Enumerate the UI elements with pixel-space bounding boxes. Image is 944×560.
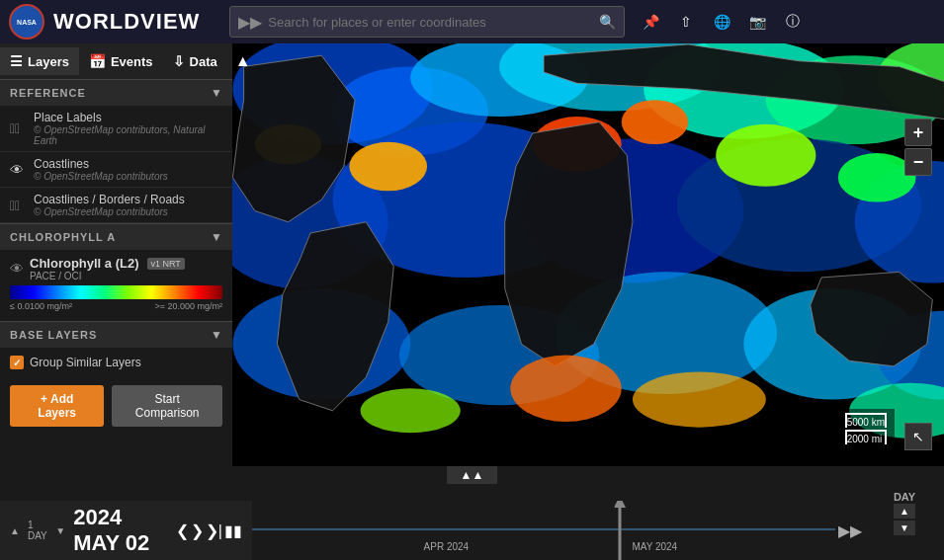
date-controls: ▲ 1 DAY ▼ 2024 MAY 02 ❮ ❯ ❯| ▮▮ [0,501,252,560]
day-step-next[interactable]: ▼ [55,525,65,536]
nasa-emblem [9,4,44,40]
base-layers-options: Group Similar Layers [0,348,232,377]
coastlines-name: Coastlines [34,157,222,171]
day-label-text: DAY [894,491,915,503]
sidebar-expand-button[interactable]: ▲ [227,46,259,76]
current-date-display: 2024 MAY 02 [73,505,168,556]
header: WORLDVIEW ▶▶ 🔍 📌 ⇧ 🌐 📷 ⓘ [0,0,944,43]
reference-section-toggle[interactable]: ▼ [211,86,222,100]
events-icon: 📅 [89,53,106,69]
start-comparison-button[interactable]: Start Comparison [112,385,222,427]
svg-point-31 [633,371,766,427]
camera-button[interactable]: 📷 [741,6,773,38]
scale-5000km: 5000 km [847,417,885,428]
info-button[interactable]: ⓘ [777,6,809,38]
layer-coastlines-borders: 👁̸ Coastlines / Borders / Roads © OpenSt… [0,188,232,223]
coastlines-borders-source: © OpenStreetMap contributors [34,206,222,217]
app-title: WORLDVIEW [53,9,200,35]
chlorophyll-section-header: CHLOROPHYLL A ▼ [0,223,232,250]
colorbar-max-label: >= 20.000 mg/m² [154,301,222,311]
coastlines-source: © OpenStreetMap contributors [34,171,222,182]
group-similar-layers-row[interactable]: Group Similar Layers [10,356,222,369]
base-layers-section-toggle[interactable]: ▼ [211,328,222,342]
map-view[interactable]: + − 5000 km 2000 mi ↖ [232,0,944,466]
scale-bar: 5000 km 2000 mi [837,409,895,450]
add-layers-button[interactable]: + Add Layers [10,385,104,427]
chlorophyll-version-badge: v1 NRT [147,258,185,270]
chlorophyll-layer-panel: 👁 Chlorophyll a (L2) v1 NRT PACE / OCI ≤… [0,250,232,311]
colorbar-min-label: ≤ 0.0100 mg/m² [10,301,72,311]
day-decrement-button[interactable]: ▼ [894,520,915,535]
svg-point-32 [361,388,461,433]
timeline-fast-forward-button[interactable]: ▶▶ [835,501,865,560]
tab-events[interactable]: 📅 Events [79,47,163,75]
reference-section-title: REFERENCE [10,87,86,99]
date-prev-button[interactable]: ❮ [176,521,189,540]
coastlines-borders-name: Coastlines / Borders / Roads [34,193,222,206]
svg-point-19 [622,100,688,144]
svg-point-30 [510,356,621,422]
reference-section-header: REFERENCE ▼ [0,79,232,106]
nasa-logo [6,1,47,42]
tab-data-label: Data [190,54,217,69]
tab-events-label: Events [111,54,153,69]
coastlines-borders-visibility[interactable]: 👁̸ [10,198,26,213]
timeline: ▲▲ ▲ 1 DAY ▼ 2024 MAY 02 ❮ ❯ ❯| ▮▮ APR 2… [0,466,944,560]
day-label-panel: DAY ▲ ▼ [865,466,944,560]
chlorophyll-layer-name: Chlorophyll a (L2) [30,256,139,271]
action-buttons: + Add Layers Start Comparison [0,377,232,435]
search-bar[interactable]: ▶▶ 🔍 [229,6,625,38]
timeline-month-may: MAY 2024 [632,541,677,552]
layer-place-labels: 👁̸ Place Labels © OpenStreetMap contribu… [0,106,232,152]
location-pin-button[interactable]: 📌 [635,6,666,38]
timeline-collapse-button[interactable]: ▲▲ [447,466,498,484]
timeline-collapse-area: ▲▲ [0,466,944,501]
sidebar: REFERENCE ▼ 👁̸ Place Labels © OpenStreet… [0,79,232,466]
tab-data[interactable]: ⇩ Data [163,47,227,75]
layers-icon: ☰ [10,53,23,69]
coastlines-visibility[interactable]: 👁 [10,162,26,178]
date-end-button[interactable]: ❯| [206,521,222,540]
base-layers-section-header: BASE LAYERS ▼ [0,321,232,348]
map-zoom-controls: + − [904,119,932,178]
group-similar-checkbox[interactable] [10,356,24,369]
day-increment-button[interactable]: ▲ [894,504,915,519]
header-icons: 📌 ⇧ 🌐 📷 ⓘ [635,6,809,38]
data-icon: ⇩ [173,53,185,69]
chlorophyll-section-toggle[interactable]: ▼ [211,230,222,244]
search-input[interactable] [268,15,599,30]
chlorophyll-colorbar [10,285,222,299]
place-labels-visibility[interactable]: 👁̸ [10,120,26,136]
day-step-prev[interactable]: ▲ [10,525,20,536]
share-button[interactable]: ⇧ [670,6,702,38]
search-icon: ▶▶ [238,13,262,32]
svg-point-21 [716,124,815,187]
tab-layers-label: Layers [28,54,69,69]
day-step-label: 1 DAY [28,520,47,541]
date-play-button[interactable]: ▮▮ [224,521,242,540]
map-visualization [232,0,944,466]
chlorophyll-layer-subtitle: PACE / OCI [30,271,185,281]
timeline-cursor[interactable] [619,501,622,560]
tab-layers[interactable]: ☰ Layers [0,47,79,75]
scale-2000mi: 2000 mi [847,434,883,444]
timeline-cursor-handle[interactable] [614,501,626,508]
base-layers-section-title: BASE LAYERS [10,329,97,341]
timeline-bar[interactable]: APR 2024 MAY 2024 [252,501,865,560]
globe-button[interactable]: 🌐 [706,6,737,38]
svg-point-20 [349,142,427,191]
date-next-button[interactable]: ❯ [191,521,204,540]
nav-tabs: ☰ Layers 📅 Events ⇩ Data ▲ [0,43,232,79]
chlorophyll-visibility[interactable]: 👁 [10,261,24,277]
zoom-in-button[interactable]: + [904,119,932,146]
group-similar-label: Group Similar Layers [30,356,141,369]
zoom-out-button[interactable]: − [904,148,932,176]
place-labels-source: © OpenStreetMap contributors, Natural Ea… [34,124,222,146]
chlorophyll-section-title: CHLOROPHYLL A [10,231,116,243]
layer-coastlines: 👁 Coastlines © OpenStreetMap contributor… [0,152,232,188]
place-labels-name: Place Labels [34,111,222,124]
map-rotation-button[interactable]: ↖ [904,423,932,450]
search-submit-icon[interactable]: 🔍 [599,14,616,30]
timeline-month-apr: APR 2024 [424,541,470,552]
